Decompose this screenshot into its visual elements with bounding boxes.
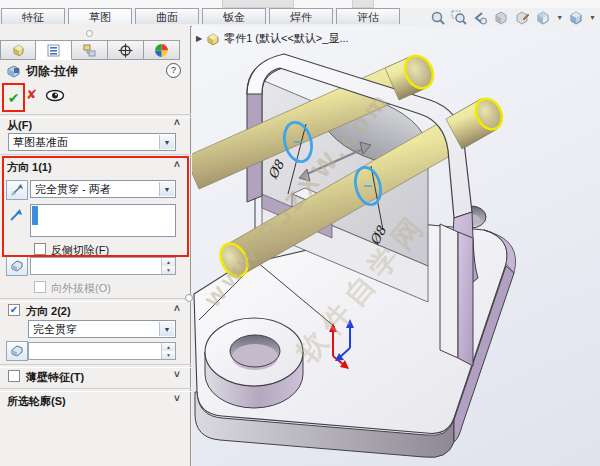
cut-extrude-icon xyxy=(6,64,21,79)
direction1-section-header[interactable]: 方向 1(1) xyxy=(7,160,52,175)
ribbon-sliver xyxy=(0,0,600,8)
dropdown-arrow-icon[interactable]: ▼ xyxy=(159,182,174,196)
tab-sketch[interactable]: 草图 xyxy=(68,8,132,24)
edit-appearance-icon[interactable] xyxy=(513,10,531,26)
zoom-fit-icon[interactable] xyxy=(429,10,447,26)
tab-weldments[interactable]: 焊件 xyxy=(269,8,333,24)
from-plane-value: 草图基准面 xyxy=(13,135,68,150)
previous-view-icon[interactable] xyxy=(471,10,489,26)
tab-evaluate[interactable]: 评估 xyxy=(336,8,400,24)
selection-highlight-bar xyxy=(32,206,38,225)
dropdown-arrow-icon[interactable]: ▼ xyxy=(159,322,174,336)
display-style-caret-icon[interactable]: ▼ xyxy=(589,14,596,21)
confirm-button[interactable]: ✔ xyxy=(8,90,20,106)
panel-resize-handle[interactable] xyxy=(86,30,93,37)
chevron-up-icon[interactable]: ˄ xyxy=(174,303,180,314)
command-manager-bar: 特征 草图 曲面 钣金 焊件 评估 xyxy=(0,0,600,27)
preview-eye-icon[interactable] xyxy=(45,88,65,106)
from-section-header[interactable]: 从(F) xyxy=(7,118,32,133)
divider xyxy=(0,364,191,368)
draft-outward-checkbox[interactable] xyxy=(34,281,46,293)
display-style-icon[interactable] xyxy=(567,10,585,26)
direction2-end-condition-value: 完全贯穿 xyxy=(33,322,77,337)
draft-angle-spinner[interactable]: ▲▼ xyxy=(30,257,176,275)
draft-button[interactable] xyxy=(6,256,28,276)
dropdown-arrow-icon[interactable]: ▼ xyxy=(159,135,174,149)
tab-sheetmetal[interactable]: 钣金 xyxy=(202,8,266,24)
right-leg-side-face[interactable] xyxy=(458,232,473,366)
divider xyxy=(0,388,191,392)
divider xyxy=(0,298,191,302)
feature-tree-label: 零件1 (默认<<默认>_显... xyxy=(224,31,348,46)
reverse-direction-button[interactable] xyxy=(6,180,28,200)
tab-surfaces[interactable]: 曲面 xyxy=(135,8,199,24)
confirm-annotation-box: ✔ xyxy=(2,83,25,112)
feature-manager-tab-icon[interactable] xyxy=(0,40,36,60)
divider xyxy=(0,154,191,158)
display-manager-tab-icon[interactable] xyxy=(144,40,180,60)
cancel-button[interactable]: ✘ xyxy=(26,87,37,102)
section-view-icon[interactable] xyxy=(492,10,510,26)
splitter-handle[interactable] xyxy=(185,294,193,302)
feature-title-label: 切除-拉伸 xyxy=(26,63,78,80)
help-icon[interactable]: ? xyxy=(166,63,181,78)
solidworks-window: 特征 草图 曲面 钣金 焊件 评估 xyxy=(0,0,600,466)
direction1-selection-listbox[interactable] xyxy=(30,204,176,237)
boss-hole-bottom[interactable] xyxy=(232,344,278,370)
flyout-feature-tree[interactable]: ▶ 零件1 (默认<<默认>_显... xyxy=(196,31,349,46)
spinner-up-icon[interactable]: ▲ xyxy=(162,343,175,351)
ribbon-stub xyxy=(222,0,294,8)
view-orientation-icon[interactable] xyxy=(534,10,552,26)
direction2-checkbox[interactable]: ✔ xyxy=(8,304,20,316)
from-plane-dropdown[interactable]: 草图基准面 ▼ xyxy=(8,133,176,151)
part-icon xyxy=(206,32,220,46)
dimxpert-manager-tab-icon[interactable] xyxy=(108,40,144,60)
chevron-down-icon[interactable]: ˅ xyxy=(174,393,180,404)
configuration-manager-tab-icon[interactable] xyxy=(72,40,108,60)
flip-side-label[interactable]: 反侧切除(F) xyxy=(51,243,109,258)
direction1-arrow-icon xyxy=(8,208,23,227)
manager-tab-strip xyxy=(0,40,180,61)
zoom-area-icon[interactable] xyxy=(450,10,468,26)
graphics-viewport[interactable]: ▶ 零件1 (默认<<默认>_显... xyxy=(192,26,600,466)
direction2-section-header[interactable]: 方向 2(2) xyxy=(26,304,71,319)
chevron-up-icon[interactable]: ˄ xyxy=(174,117,180,128)
view-orientation-caret-icon[interactable]: ▼ xyxy=(556,14,563,21)
direction1-end-condition-dropdown[interactable]: 完全贯穿 - 两者 ▼ xyxy=(30,180,176,198)
right-leg-front-face[interactable] xyxy=(440,224,458,358)
direction1-end-condition-value: 完全贯穿 - 两者 xyxy=(35,182,111,197)
chevron-up-icon[interactable]: ˄ xyxy=(174,159,180,170)
property-manager-panel: 切除-拉伸 ? ✔ ✘ 从(F) ˄ 草图基准面 ▼ 方向 1(1) ˄ 完全贯… xyxy=(0,26,191,466)
flip-side-checkbox[interactable] xyxy=(34,243,46,255)
spinner-down-icon[interactable]: ▼ xyxy=(162,266,175,274)
thin-feature-checkbox[interactable] xyxy=(8,370,20,382)
ribbon-stub xyxy=(352,0,374,8)
spinner-up-icon[interactable]: ▲ xyxy=(162,258,175,266)
model-canvas[interactable]: Ø8 Ø8 xyxy=(192,26,600,466)
draft-angle-spinner-2[interactable]: ▲▼ xyxy=(28,342,176,360)
property-manager-tab-icon[interactable] xyxy=(36,40,72,60)
thin-feature-header[interactable]: 薄壁特征(T) xyxy=(26,370,84,385)
selected-contours-header[interactable]: 所选轮廓(S) xyxy=(7,394,66,409)
feature-title: 切除-拉伸 xyxy=(6,63,78,79)
flyout-arrow-icon[interactable]: ▶ xyxy=(196,34,202,43)
draft-button-2[interactable] xyxy=(6,341,28,361)
chevron-down-icon[interactable]: ˅ xyxy=(174,369,180,380)
heads-up-toolbar: ▼ ▼ xyxy=(429,9,597,26)
draft-outward-label: 向外拔模(O) xyxy=(51,281,111,296)
tab-features[interactable]: 特征 xyxy=(1,8,65,24)
spinner-down-icon[interactable]: ▼ xyxy=(162,351,175,359)
direction2-end-condition-dropdown[interactable]: 完全贯穿 ▼ xyxy=(28,320,176,338)
